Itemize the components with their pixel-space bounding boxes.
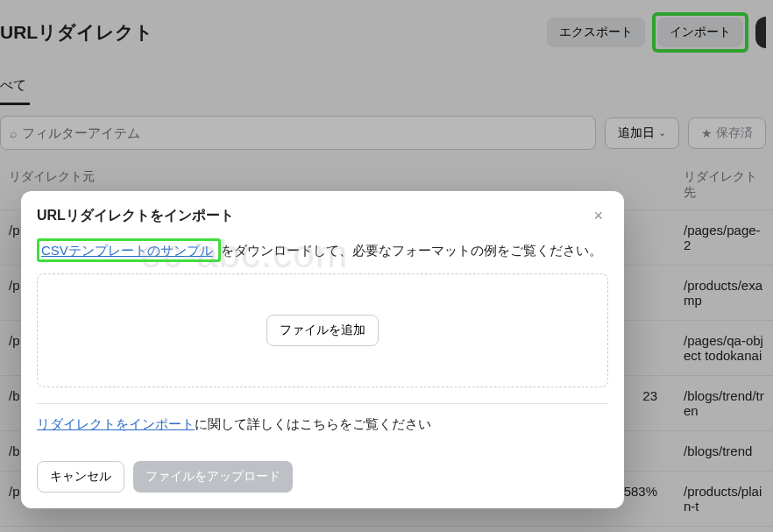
csv-rest-text: をダウンロードして、必要なフォーマットの例をご覧ください。 [221, 243, 602, 258]
close-icon[interactable]: × [588, 205, 608, 227]
cancel-button[interactable]: キャンセル [37, 461, 124, 493]
csv-instruction: CSVテンプレートのサンプル をダウンロードして、必要なフォーマットの例をご覧く… [37, 243, 608, 259]
learn-more-line: リダイレクトをインポートに関して詳しくはこちらをご覧ください [37, 416, 608, 433]
learn-more-link[interactable]: リダイレクトをインポート [37, 416, 195, 431]
learn-rest-text: に関して詳しくはこちらをご覧ください [195, 416, 431, 431]
import-modal: URLリダイレクトをインポート × CSVテンプレートのサンプル をダウンロード… [21, 191, 624, 508]
modal-title: URLリダイレクトをインポート [37, 207, 234, 225]
divider [37, 403, 608, 404]
csv-template-link[interactable]: CSVテンプレートのサンプル [41, 243, 213, 258]
csv-link-highlight: CSVテンプレートのサンプル [37, 238, 221, 262]
upload-button[interactable]: ファイルをアップロード [133, 461, 293, 493]
add-file-button[interactable]: ファイルを追加 [266, 315, 379, 346]
file-dropzone[interactable]: ファイルを追加 [37, 273, 608, 387]
